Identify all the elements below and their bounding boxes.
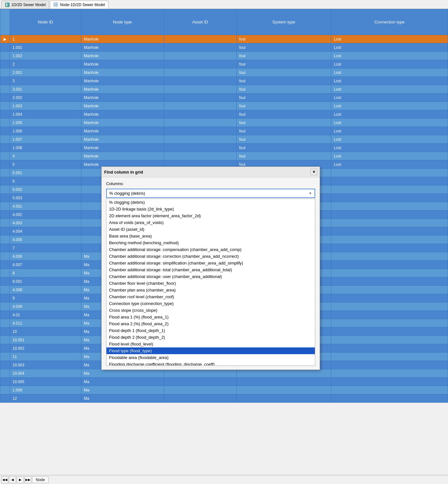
col-system-type[interactable]: System type [236, 9, 331, 35]
row-indicator [0, 294, 10, 302]
table-row[interactable]: 2.002ManholefoulLost [0, 94, 448, 102]
col-node-type[interactable]: Node type [81, 9, 164, 35]
cell-node_id: 10.001 [10, 336, 81, 344]
cell-node_id: 2.002 [10, 94, 81, 102]
col-asset-id[interactable]: Asset ID [164, 9, 236, 35]
table-row[interactable]: 1.001ManholefoulLost [0, 43, 448, 52]
row-indicator [0, 211, 10, 219]
dialog-title-bar: Find column in grid ✕ [102, 167, 320, 177]
table-row[interactable]: 1.004ManholefoulLost [0, 110, 448, 119]
list-item[interactable]: Base area (base_area) [106, 233, 315, 239]
cell-connection_type [331, 269, 448, 277]
row-indicator [0, 319, 10, 327]
table-row[interactable]: ▶1ManholefoulLost [0, 35, 448, 43]
nav-last-button[interactable]: ▶▶ [24, 476, 32, 483]
list-item[interactable]: Flooding discharge coefficient (flooding… [106, 361, 315, 366]
list-item[interactable]: Chamber plan area (chamber_area) [106, 287, 315, 293]
cell-asset_id [164, 85, 236, 94]
dropdown-selected[interactable]: % clogging (debris) ▼ [106, 189, 315, 198]
cell-connection_type [331, 277, 448, 286]
list-item[interactable]: Chamber additional storage: user (chambe… [106, 273, 315, 280]
list-item[interactable]: Flood depth 2 (flood_depth_2) [106, 334, 315, 341]
table-row[interactable]: 4ManholefoulLost [0, 152, 448, 160]
list-item[interactable]: Chamber additional storage: correction (… [106, 253, 315, 260]
list-item[interactable]: Flood depth 1 (flood_depth_1) [106, 327, 315, 334]
list-item[interactable]: Chamber additional storage: total (chamb… [106, 266, 315, 273]
list-item[interactable]: Flood area 2 (%) (flood_area_2) [106, 320, 315, 327]
list-item[interactable]: Chamber roof level (chamber_roof) [106, 293, 315, 300]
nav-next-button[interactable]: ▶ [17, 476, 24, 483]
cell-connection_type [331, 169, 448, 177]
cell-system_type: foul [236, 127, 331, 135]
list-item[interactable]: Benching method (benching_method) [106, 239, 315, 246]
cell-node_id: 1.005 [10, 119, 81, 127]
table-row[interactable]: 10.005Ma [0, 378, 448, 386]
cell-node_type: Manhole [81, 135, 164, 144]
cell-node_id: 3 [10, 77, 81, 85]
dialog-close-button[interactable]: ✕ [311, 169, 317, 175]
cell-system_type: foul [236, 68, 331, 77]
cell-connection_type [331, 378, 448, 386]
nav-prev-button[interactable]: ◀ [9, 476, 16, 483]
table-row[interactable]: 3ManholefoulLost [0, 77, 448, 85]
bottom-nav: ◀◀ ◀ ▶ ▶▶ Node [0, 475, 448, 484]
table-row[interactable]: 1.005ManholefoulLost [0, 119, 448, 127]
list-item[interactable]: Flood type (flood_type) [106, 347, 315, 354]
row-indicator [0, 327, 10, 336]
table-row[interactable]: 1.009Ma [0, 386, 448, 394]
cell-system_type: foul [236, 52, 331, 60]
list-item[interactable]: Chamber additional storage: simplificati… [106, 260, 315, 266]
list-item[interactable]: Chamber floor level (chamber_floor) [106, 280, 315, 287]
list-item[interactable]: Connection type (connection_type) [106, 300, 315, 307]
cell-node_id: 1.003 [10, 102, 81, 110]
cell-node_id: 10.005 [10, 378, 81, 386]
svg-rect-4 [54, 3, 56, 5]
cell-node_id: 4.006 [10, 252, 81, 261]
list-item[interactable]: % clogging (debris) [106, 199, 315, 206]
cell-connection_type [331, 194, 448, 202]
row-indicator [0, 269, 10, 277]
table-row[interactable]: 3.001ManholefoulLost [0, 85, 448, 94]
cell-connection_type [331, 244, 448, 252]
tab-sewer[interactable]: 1D/2D Sewer Model [1, 1, 49, 9]
cell-node_id: 4.011 [10, 319, 81, 327]
table-row[interactable]: 10.004Ma [0, 369, 448, 378]
cell-node_id: 4.009 [10, 302, 81, 311]
table-row[interactable]: 1.006ManholefoulLost [0, 127, 448, 135]
list-item[interactable]: Cross slope (cross_slope) [106, 307, 315, 314]
list-item[interactable]: 1D-2D linkage basis (2d_link_type) [106, 206, 315, 212]
list-item[interactable]: Area of voids (area_of_voids) [106, 219, 315, 226]
col-connection-type[interactable]: Connection type [331, 9, 448, 35]
cell-node_type: Ma [81, 369, 164, 378]
table-row[interactable]: 12Ma [0, 394, 448, 403]
list-item[interactable]: Chamber additional storage: compensation… [106, 246, 315, 253]
nav-first-button[interactable]: ◀◀ [1, 476, 8, 483]
table-row[interactable]: 1.002ManholefoulLost [0, 52, 448, 60]
row-indicator [0, 336, 10, 344]
list-item[interactable]: Flood area 1 (%) (flood_area_1) [106, 314, 315, 320]
cell-asset_id [164, 94, 236, 102]
cell-system_type: foul [236, 35, 331, 43]
list-item[interactable]: Flood level (flood_level) [106, 341, 315, 347]
row-indicator [0, 277, 10, 286]
row-indicator [0, 252, 10, 261]
table-row[interactable]: 1.003ManholefoulLost [0, 102, 448, 110]
list-item[interactable]: Floodable area (floodable_area) [106, 354, 315, 361]
table-row[interactable]: 2.001ManholefoulLost [0, 68, 448, 77]
cell-node_id: 4.002 [10, 211, 81, 219]
list-item[interactable]: 2D element area factor (element_area_fac… [106, 212, 315, 219]
cell-node_id: 1.002 [10, 52, 81, 60]
cell-asset_id [164, 119, 236, 127]
cell-asset_id [164, 68, 236, 77]
node-tab-label[interactable]: Node [32, 477, 49, 483]
table-row[interactable]: 2ManholefoulLost [0, 60, 448, 68]
list-item[interactable]: Asset ID (asset_id) [106, 226, 315, 233]
tab-bar: 1D/2D Sewer Model Node-1D/2D Sewer Model [0, 0, 448, 9]
col-node-id[interactable]: Node ID [10, 9, 81, 35]
row-indicator [0, 361, 10, 369]
table-row[interactable]: 1.008ManholefoulLost [0, 144, 448, 152]
tab-node-sewer[interactable]: Node-1D/2D Sewer Model [50, 1, 108, 9]
dropdown-list[interactable]: % clogging (debris)1D-2D linkage basis (… [106, 199, 315, 366]
cell-connection_type [331, 394, 448, 403]
table-row[interactable]: 1.007ManholefoulLost [0, 135, 448, 144]
